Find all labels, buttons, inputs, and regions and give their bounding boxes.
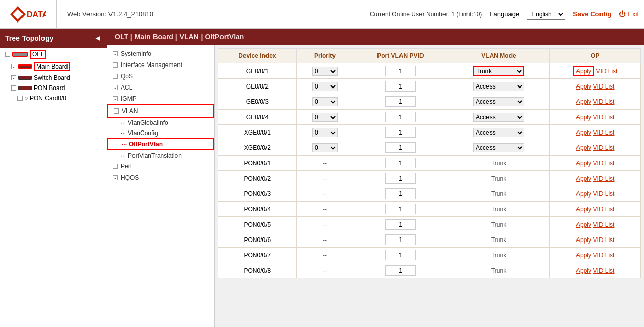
- menu-subitem-portvlantranslation[interactable]: ··· PortVlanTranslation: [107, 150, 214, 161]
- cell-priority-5[interactable]: 01234567: [296, 140, 353, 156]
- apply-button-1[interactable]: Apply: [576, 83, 591, 90]
- tree-expand-pon-board[interactable]: -: [11, 85, 16, 91]
- cell-pvid-0[interactable]: [353, 63, 448, 79]
- priority-select-5[interactable]: 01234567: [312, 143, 338, 152]
- tree-node-pon-card[interactable]: - PON Card0/0: [0, 93, 107, 103]
- language-select[interactable]: English Chinese: [527, 9, 565, 20]
- menu-subitem-vlanglobalinfo[interactable]: ··· VlanGlobalInfo: [107, 118, 214, 128]
- cell-pvid-7[interactable]: [353, 171, 448, 186]
- cell-op-11[interactable]: Apply VID List: [550, 232, 641, 248]
- apply-button-5[interactable]: Apply: [576, 144, 591, 151]
- vid-list-button-12[interactable]: VID List: [593, 252, 614, 259]
- cell-mode-0[interactable]: AccessTrunkHybrid: [448, 63, 550, 79]
- tree-expand-switch-board[interactable]: -: [11, 75, 16, 80]
- menu-item-acl[interactable]: - ACL: [107, 82, 214, 93]
- pvid-input-0[interactable]: [385, 66, 416, 76]
- pvid-input-13[interactable]: [385, 265, 416, 276]
- vid-list-button-7[interactable]: VID List: [593, 175, 614, 182]
- cell-pvid-1[interactable]: [353, 79, 448, 94]
- cell-priority-1[interactable]: 01234567: [296, 79, 353, 94]
- cell-mode-4[interactable]: AccessTrunkHybrid: [448, 125, 550, 140]
- vid-list-button-4[interactable]: VID List: [593, 129, 614, 136]
- cell-pvid-5[interactable]: [353, 140, 448, 156]
- tree-node-olt[interactable]: - OLT: [0, 48, 107, 60]
- cell-pvid-4[interactable]: [353, 125, 448, 140]
- cell-op-6[interactable]: Apply VID List: [550, 156, 641, 171]
- apply-button-10[interactable]: Apply: [576, 221, 591, 228]
- pvid-input-1[interactable]: [385, 81, 416, 92]
- menu-item-igmp[interactable]: - IGMP: [107, 93, 214, 104]
- apply-button-11[interactable]: Apply: [576, 236, 591, 244]
- pvid-input-12[interactable]: [385, 250, 416, 260]
- vid-list-button-6[interactable]: VID List: [593, 160, 614, 167]
- apply-button-12[interactable]: Apply: [576, 252, 591, 259]
- cell-priority-4[interactable]: 01234567: [296, 125, 353, 140]
- priority-select-4[interactable]: 01234567: [312, 128, 338, 137]
- pvid-input-10[interactable]: [385, 219, 416, 230]
- apply-button-8[interactable]: Apply: [576, 190, 591, 198]
- cell-op-8[interactable]: Apply VID List: [550, 186, 641, 202]
- pvid-input-9[interactable]: [385, 204, 416, 214]
- cell-op-13[interactable]: Apply VID List: [550, 263, 641, 278]
- apply-button-9[interactable]: Apply: [576, 206, 591, 213]
- vid-list-button-10[interactable]: VID List: [593, 221, 614, 228]
- vid-list-button-0[interactable]: VID List: [596, 68, 617, 75]
- apply-button-3[interactable]: Apply: [576, 114, 591, 121]
- cell-op-4[interactable]: Apply VID List: [550, 125, 641, 140]
- cell-op-7[interactable]: Apply VID List: [550, 171, 641, 186]
- cell-pvid-10[interactable]: [353, 217, 448, 232]
- mode-select-2[interactable]: AccessTrunkHybrid: [473, 97, 524, 106]
- cell-op-12[interactable]: Apply VID List: [550, 248, 641, 263]
- cell-op-3[interactable]: Apply VID List: [550, 110, 641, 125]
- tree-expand-olt[interactable]: -: [5, 52, 10, 57]
- mode-select-0[interactable]: AccessTrunkHybrid: [473, 66, 524, 76]
- cell-priority-0[interactable]: 01234567: [296, 63, 353, 79]
- cell-mode-5[interactable]: AccessTrunkHybrid: [448, 140, 550, 156]
- cell-mode-1[interactable]: AccessTrunkHybrid: [448, 79, 550, 94]
- cell-pvid-9[interactable]: [353, 202, 448, 217]
- vid-list-button-13[interactable]: VID List: [593, 267, 614, 274]
- cell-pvid-12[interactable]: [353, 248, 448, 263]
- apply-button-7[interactable]: Apply: [576, 175, 591, 182]
- apply-button-4[interactable]: Apply: [576, 129, 591, 136]
- pvid-input-8[interactable]: [385, 188, 416, 199]
- cell-op-1[interactable]: Apply VID List: [550, 79, 641, 94]
- pvid-input-3[interactable]: [385, 112, 416, 122]
- vid-list-button-5[interactable]: VID List: [593, 144, 614, 151]
- apply-button-6[interactable]: Apply: [576, 160, 591, 167]
- exit-button[interactable]: ⏻ Exit: [619, 10, 639, 18]
- cell-op-0[interactable]: Apply VID List: [550, 63, 641, 79]
- menu-item-hqos[interactable]: - HQOS: [107, 172, 214, 183]
- priority-select-2[interactable]: 01234567: [312, 97, 338, 106]
- tree-expand-pon-card[interactable]: -: [17, 96, 23, 101]
- menu-item-qos[interactable]: - QoS: [107, 71, 214, 82]
- vid-list-button-1[interactable]: VID List: [593, 83, 614, 90]
- mode-select-4[interactable]: AccessTrunkHybrid: [473, 128, 524, 137]
- vid-list-button-2[interactable]: VID List: [593, 98, 614, 105]
- cell-pvid-6[interactable]: [353, 156, 448, 171]
- sidebar-toggle-button[interactable]: ◄: [94, 34, 102, 43]
- menu-item-perf[interactable]: - Perf: [107, 161, 214, 172]
- pvid-input-6[interactable]: [385, 158, 416, 168]
- menu-item-systeminfo[interactable]: - SystemInfo: [107, 48, 214, 59]
- cell-pvid-13[interactable]: [353, 263, 448, 278]
- vid-list-button-11[interactable]: VID List: [593, 236, 614, 244]
- apply-button-0[interactable]: Apply: [573, 66, 594, 76]
- cell-op-2[interactable]: Apply VID List: [550, 94, 641, 110]
- cell-mode-2[interactable]: AccessTrunkHybrid: [448, 94, 550, 110]
- vid-list-button-8[interactable]: VID List: [593, 190, 614, 198]
- priority-select-0[interactable]: 01234567: [312, 67, 338, 76]
- menu-subitem-oltportvlan[interactable]: ··· OltPortVlan: [107, 138, 214, 150]
- apply-button-13[interactable]: Apply: [576, 267, 591, 274]
- pvid-input-2[interactable]: [385, 96, 416, 107]
- save-config-button[interactable]: Save Config: [573, 10, 611, 18]
- cell-pvid-8[interactable]: [353, 186, 448, 202]
- cell-priority-3[interactable]: 01234567: [296, 110, 353, 125]
- mode-select-1[interactable]: AccessTrunkHybrid: [473, 82, 524, 91]
- cell-op-5[interactable]: Apply VID List: [550, 140, 641, 156]
- pvid-input-7[interactable]: [385, 173, 416, 184]
- pvid-input-5[interactable]: [385, 142, 416, 153]
- menu-item-vlan[interactable]: - VLAN: [107, 104, 214, 118]
- apply-button-2[interactable]: Apply: [576, 98, 591, 105]
- menu-subitem-vlanconfig[interactable]: ··· VlanConfig: [107, 128, 214, 138]
